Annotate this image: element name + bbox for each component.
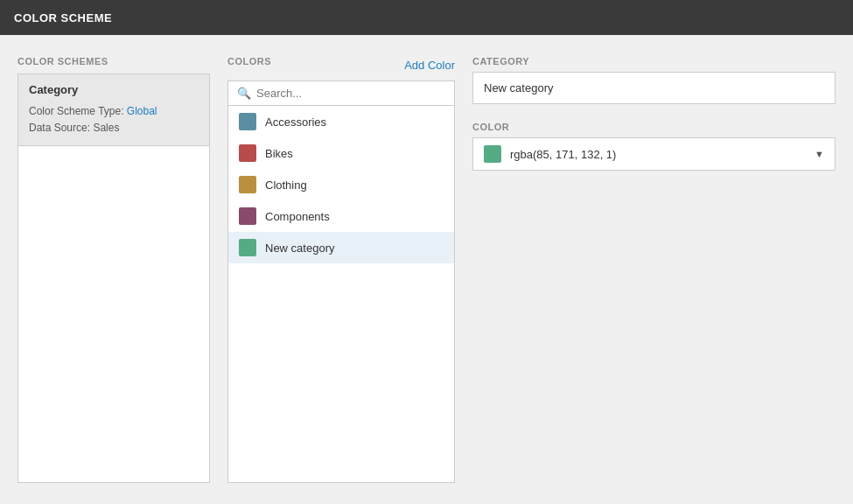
color-item-label: Clothing [265, 178, 307, 192]
color-dropdown-swatch [484, 145, 501, 163]
search-input[interactable] [256, 87, 445, 100]
type-value: Global [127, 105, 157, 117]
color-item[interactable]: Clothing [228, 169, 454, 200]
color-item[interactable]: New category [228, 232, 454, 263]
color-swatch [239, 176, 256, 193]
source-value: Sales [93, 122, 119, 134]
search-icon: 🔍 [237, 87, 251, 100]
color-schemes-label: COLOR SCHEMES [17, 56, 210, 66]
color-dropdown[interactable]: rgba(85, 171, 132, 1) ▼ [472, 137, 836, 171]
category-input[interactable] [472, 72, 836, 104]
scheme-card-title: Category [29, 83, 199, 96]
source-label: Data Source: [29, 122, 90, 134]
add-color-button[interactable]: Add Color [404, 59, 455, 72]
right-panel: CATEGORY COLOR rgba(85, 171, 132, 1) ▼ [472, 56, 836, 483]
search-box: 🔍 [227, 80, 455, 106]
left-panel: COLOR SCHEMES Category Color Scheme Type… [17, 56, 210, 483]
main-content: COLOR SCHEMES Category Color Scheme Type… [0, 35, 853, 504]
type-label: Color Scheme Type: [29, 105, 124, 117]
color-item[interactable]: Accessories [228, 106, 454, 137]
scheme-card[interactable]: Category Color Scheme Type: Global Data … [17, 74, 210, 146]
color-item[interactable]: Bikes [228, 137, 454, 169]
color-field-group: COLOR rgba(85, 171, 132, 1) ▼ [472, 122, 836, 171]
color-swatch [239, 239, 256, 256]
color-swatch [239, 144, 256, 162]
middle-header: COLORS Add Color [227, 56, 455, 74]
topbar-title: COLOR SCHEME [14, 11, 112, 24]
colors-list: AccessoriesBikesClothingComponentsNew ca… [227, 106, 455, 483]
color-item-label: New category [265, 242, 334, 255]
color-swatch [239, 207, 256, 225]
topbar: COLOR SCHEME [0, 0, 853, 35]
category-field-label: CATEGORY [472, 56, 836, 66]
color-dropdown-value: rgba(85, 171, 132, 1) [510, 148, 806, 161]
color-item-label: Accessories [265, 116, 326, 129]
middle-panel: COLORS Add Color 🔍 AccessoriesBikesCloth… [227, 56, 455, 483]
color-item[interactable]: Components [228, 200, 454, 232]
color-item-label: Bikes [265, 147, 293, 160]
color-swatch [239, 113, 256, 130]
category-field-group: CATEGORY [472, 56, 836, 104]
color-field-label: COLOR [472, 122, 836, 132]
color-item-label: Components [265, 210, 330, 223]
scheme-card-meta: Color Scheme Type: Global Data Source: S… [29, 103, 199, 136]
chevron-down-icon: ▼ [815, 149, 824, 159]
scheme-card-empty [17, 146, 210, 483]
colors-label: COLORS [227, 56, 271, 66]
